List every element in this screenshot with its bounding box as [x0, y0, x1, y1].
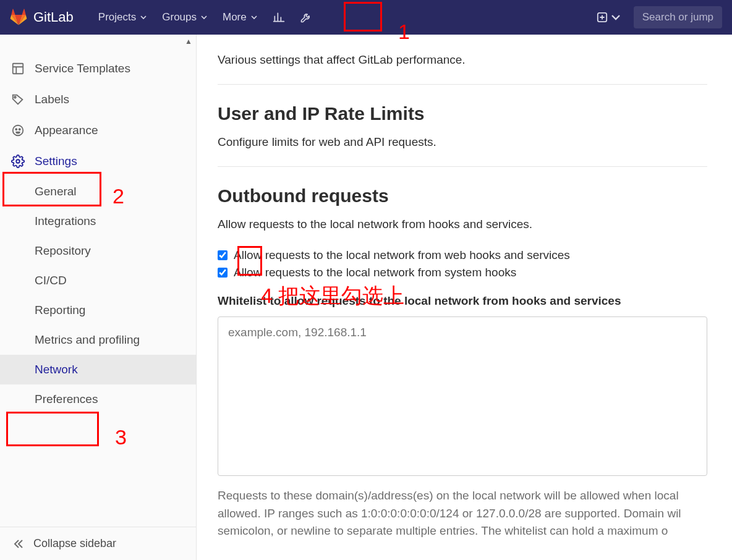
main-content: Various settings that affect GitLab perf…: [197, 35, 732, 560]
sidebar-item-appearance[interactable]: Appearance: [0, 115, 196, 146]
checkbox-allow-system-hooks-input[interactable]: [218, 268, 228, 278]
brand[interactable]: GitLab: [10, 9, 74, 26]
divider: [218, 166, 707, 167]
sidebar-sub-cicd[interactable]: CI/CD: [0, 266, 196, 295]
plus-box-icon: [597, 12, 608, 23]
sidebar-item-service-templates[interactable]: Service Templates: [0, 53, 196, 84]
checkbox-allow-web-hooks-input[interactable]: [218, 250, 228, 260]
sidebar-sub-metrics[interactable]: Metrics and profiling: [0, 325, 196, 355]
nav-create[interactable]: [592, 9, 626, 25]
outbound-desc: Allow requests to the local network from…: [218, 218, 707, 231]
sidebar-item-settings[interactable]: Settings: [0, 146, 196, 177]
label-icon: [11, 93, 25, 106]
sidebar-sub-reporting[interactable]: Reporting: [0, 295, 196, 325]
top-navbar: GitLab Projects Groups More Search or ju…: [0, 0, 732, 35]
whitelist-label: Whitelist to allow requests to the local…: [218, 294, 707, 308]
chevron-double-left-icon: [12, 538, 25, 550]
checkbox-allow-system-hooks[interactable]: Allow requests to the local network from…: [218, 266, 707, 279]
chevron-down-icon: [200, 14, 208, 21]
collapse-sidebar-button[interactable]: Collapse sidebar: [0, 527, 196, 560]
nav-admin[interactable]: [292, 7, 320, 27]
chevron-down-icon: [610, 12, 621, 23]
svg-rect-1: [13, 64, 23, 74]
chevron-down-icon: [140, 14, 147, 21]
svg-point-3: [13, 125, 23, 136]
appearance-icon: [11, 124, 25, 137]
scroll-up-icon[interactable]: ▲: [185, 37, 192, 46]
svg-point-5: [19, 129, 20, 130]
nav-groups[interactable]: Groups: [155, 7, 215, 27]
svg-point-2: [14, 96, 16, 98]
checkbox-allow-web-hooks[interactable]: Allow requests to the local network from…: [218, 248, 707, 262]
admin-sidebar: ▲ Service Templates Labels Appearance Se…: [0, 35, 197, 560]
nav-projects[interactable]: Projects: [91, 7, 155, 27]
bar-chart-icon: [273, 11, 285, 23]
template-icon: [11, 62, 25, 75]
sidebar-item-labels[interactable]: Labels: [0, 84, 196, 115]
chevron-down-icon: [250, 14, 258, 21]
brand-title: GitLab: [33, 9, 74, 25]
sidebar-sub-integrations[interactable]: Integrations: [0, 206, 196, 236]
rate-limits-desc: Configure limits for web and API request…: [218, 135, 707, 149]
whitelist-help: Requests to these domain(s)/address(es) …: [218, 487, 707, 540]
search-input[interactable]: Search or jump: [634, 6, 722, 28]
sidebar-sub-preferences[interactable]: Preferences: [0, 384, 196, 414]
nav-more[interactable]: More: [215, 7, 265, 27]
whitelist-textarea[interactable]: [218, 316, 707, 476]
outbound-title: Outbound requests: [218, 185, 707, 206]
performance-desc: Various settings that affect GitLab perf…: [218, 53, 707, 67]
svg-point-6: [16, 159, 20, 163]
sidebar-sub-repository[interactable]: Repository: [0, 236, 196, 266]
gear-icon: [11, 155, 25, 168]
svg-point-4: [15, 129, 17, 130]
gitlab-logo-icon: [10, 9, 27, 26]
rate-limits-title: User and IP Rate Limits: [218, 103, 707, 124]
sidebar-sub-network[interactable]: Network: [0, 355, 196, 384]
sidebar-sub-general[interactable]: General: [0, 177, 196, 206]
wrench-icon: [300, 11, 312, 23]
divider: [218, 84, 707, 85]
nav-activity[interactable]: [265, 7, 292, 27]
